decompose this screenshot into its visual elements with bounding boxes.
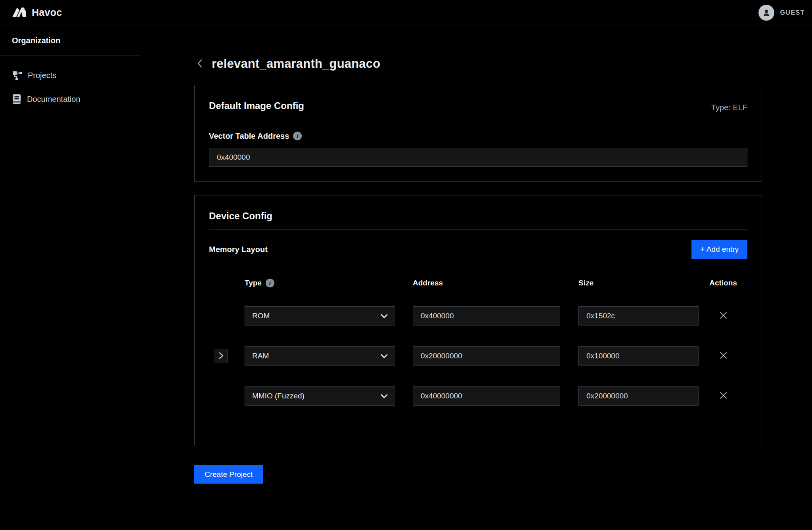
table-row: MMIO (Fuzzed) (209, 376, 747, 416)
size-input[interactable] (578, 306, 699, 325)
close-icon (719, 311, 728, 321)
type-select[interactable]: ROM (245, 306, 395, 325)
content: relevant_amaranth_guanaco Default Image … (194, 56, 762, 484)
app-root: Havoc GUEST Organization (0, 0, 812, 530)
info-icon[interactable]: i (293, 132, 302, 140)
page-title: relevant_amaranth_guanaco (212, 57, 380, 71)
table-body: ROM (209, 296, 747, 416)
header-type: Type i (245, 279, 395, 287)
top-bar: Havoc GUEST (0, 0, 812, 25)
chevron-down-icon (381, 392, 388, 400)
guest-label: GUEST (780, 9, 805, 16)
info-icon[interactable]: i (266, 279, 274, 287)
divider (209, 229, 747, 230)
title-row: relevant_amaranth_guanaco (194, 56, 762, 71)
brand-name: Havoc (32, 7, 62, 18)
table-row: RAM (209, 336, 747, 376)
table-row: ROM (209, 296, 747, 336)
delete-row-button[interactable] (717, 309, 730, 323)
vector-table-address-input[interactable] (209, 148, 747, 167)
sidebar-nav: Projects Documentation (0, 56, 141, 109)
chevron-right-icon (218, 352, 224, 361)
close-icon (719, 351, 728, 361)
brand[interactable]: Havoc (12, 6, 62, 19)
vector-table-address-label: Vector Table Address i (209, 130, 747, 142)
book-icon (12, 94, 21, 104)
back-button[interactable] (194, 58, 203, 70)
expand-row-button[interactable] (214, 349, 228, 363)
header-address: Address (413, 279, 560, 287)
chevron-left-icon (197, 58, 203, 70)
card-title: Default Image Config (209, 99, 304, 112)
avatar[interactable] (758, 5, 774, 21)
create-project-button[interactable]: Create Project (194, 465, 263, 484)
body: Organization Projects (0, 25, 812, 530)
address-input[interactable] (413, 386, 560, 406)
close-icon (719, 391, 728, 401)
havoc-logo-icon (12, 6, 26, 19)
sidebar: Organization Projects (0, 25, 141, 530)
card-title: Device Config (209, 210, 747, 222)
delete-row-button[interactable] (717, 389, 730, 403)
memory-layout-label: Memory Layout (209, 245, 268, 254)
table-header-row: Type i Address Size Actions (209, 270, 747, 296)
size-input[interactable] (578, 386, 699, 406)
header-actions: Actions (699, 279, 747, 287)
image-type-label: Type: ELF (711, 103, 747, 112)
tree-icon (12, 70, 22, 80)
address-input[interactable] (413, 306, 560, 325)
card-head: Default Image Config Type: ELF (209, 99, 747, 112)
memory-layout-row: Memory Layout + Add entry (209, 240, 747, 259)
header-size: Size (578, 279, 699, 287)
device-config-card: Device Config Memory Layout + Add entry … (194, 195, 762, 445)
sidebar-item-label: Projects (28, 71, 56, 80)
default-image-config-card: Default Image Config Type: ELF Vector Ta… (194, 85, 762, 182)
memory-layout-table: Type i Address Size Actions (209, 270, 747, 416)
person-icon (762, 8, 771, 17)
chevron-down-icon (381, 352, 388, 360)
sidebar-item-documentation[interactable]: Documentation (0, 90, 141, 109)
type-select[interactable]: RAM (245, 346, 395, 365)
address-input[interactable] (413, 346, 560, 365)
sidebar-item-label: Documentation (27, 95, 80, 104)
size-input[interactable] (578, 346, 699, 365)
main-area: relevant_amaranth_guanaco Default Image … (141, 25, 812, 530)
sidebar-item-projects[interactable]: Projects (0, 66, 141, 85)
add-entry-button[interactable]: + Add entry (691, 240, 747, 259)
delete-row-button[interactable] (717, 349, 730, 363)
sidebar-heading-organization: Organization (0, 25, 141, 55)
divider (209, 119, 747, 119)
type-select[interactable]: MMIO (Fuzzed) (245, 386, 395, 406)
chevron-down-icon (381, 312, 388, 320)
user-menu[interactable]: GUEST (758, 5, 805, 21)
